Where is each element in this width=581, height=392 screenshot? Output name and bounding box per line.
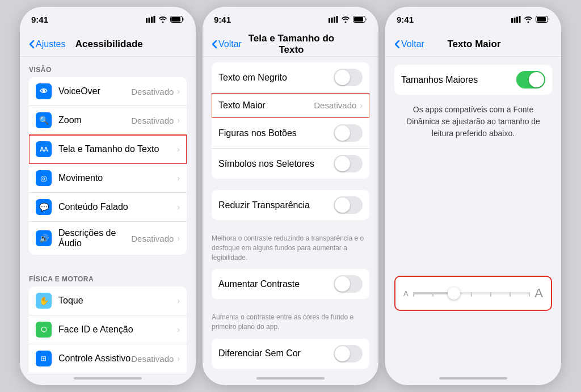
texto-maior-row[interactable]: Texto Maior Desativado › xyxy=(212,93,369,118)
list-item[interactable]: ⬡ Face ID e Atenção › xyxy=(29,315,187,344)
wifi-icon xyxy=(158,16,167,23)
chevron-icon: › xyxy=(360,101,363,110)
back-button-1[interactable]: Ajustes xyxy=(29,39,65,49)
slider-a-small: A xyxy=(403,289,409,298)
toggle-negrito[interactable] xyxy=(334,69,363,86)
signal-icon xyxy=(511,16,521,23)
chevron-icon: › xyxy=(177,296,180,305)
settings-group-tamanho: Tamanhos Maiores xyxy=(394,65,552,95)
svg-rect-13 xyxy=(514,18,516,23)
home-indicator-3 xyxy=(385,374,561,385)
nav-title-1: Acessibilidade xyxy=(65,39,153,50)
chevron-icon: › xyxy=(177,203,180,212)
signal-icon xyxy=(146,16,155,23)
toggle-transparencia[interactable] xyxy=(334,196,363,214)
row-label: Descrições de Áudio xyxy=(58,228,131,248)
tamanhos-label: Tamanhos Maiores xyxy=(401,75,516,85)
chevron-icon: › xyxy=(177,87,180,96)
list-item[interactable]: ✋ Toque › xyxy=(29,286,187,315)
movimento-icon: ◎ xyxy=(36,170,52,186)
list-item[interactable]: 💬 Conteúdo Falado › xyxy=(29,193,187,222)
svg-rect-6 xyxy=(329,18,330,23)
list-item[interactable]: Reduzir Transparência xyxy=(212,190,369,220)
toggle-diferente[interactable] xyxy=(334,345,363,363)
list-item[interactable]: 🔊 Descrições de Áudio Desativado › xyxy=(29,222,187,255)
svg-rect-17 xyxy=(537,17,546,22)
chevron-icon: › xyxy=(177,325,180,334)
slider-thumb[interactable] xyxy=(448,287,460,300)
home-indicator-2 xyxy=(203,374,378,385)
back-button-2[interactable]: Voltar xyxy=(212,39,242,49)
toggle-simbolos[interactable] xyxy=(334,155,363,172)
svg-rect-0 xyxy=(146,18,148,23)
panel-3: 9:41 Voltar Texto Maior Tamanhos Maiores xyxy=(385,7,561,385)
settings-group-visao: 👁 VoiceOver Desativado › 🔍 Zoom Desativa… xyxy=(29,77,187,255)
list-item[interactable]: Símbolos nos Seletores xyxy=(212,149,369,179)
svg-rect-2 xyxy=(151,17,153,23)
time-1: 9:41 xyxy=(31,15,48,24)
chevron-icon: › xyxy=(177,354,180,363)
back-label-2: Voltar xyxy=(218,39,242,49)
row-label: Texto em Negrito xyxy=(218,73,334,83)
row-value: Desativado xyxy=(131,116,174,125)
row-label: Texto Maior xyxy=(218,100,314,111)
battery-icon xyxy=(536,16,550,23)
status-icons-1 xyxy=(146,16,184,23)
status-icons-3 xyxy=(511,16,550,23)
nav-bar-2: Voltar Tela e Tamanho do Texto xyxy=(203,32,378,57)
section-visao: VISÃO xyxy=(20,57,196,77)
list-item[interactable]: ◎ Movimento › xyxy=(29,164,187,193)
scroll-3: Tamanhos Maiores Os apps compatíveis com… xyxy=(385,57,561,374)
row-label: Figuras nos Botões xyxy=(218,128,334,138)
row-label: Aumentar Contraste xyxy=(218,279,334,289)
wifi-icon xyxy=(524,16,533,23)
section-fisica: FÍSICA E MOTORA xyxy=(20,266,196,286)
svg-rect-5 xyxy=(171,17,180,22)
voiceover-icon: 👁 xyxy=(36,83,52,99)
svg-rect-9 xyxy=(336,16,338,23)
chevron-icon: › xyxy=(177,234,180,243)
slider-track xyxy=(413,292,531,294)
toggle-tamanhos[interactable] xyxy=(516,71,545,88)
list-item[interactable]: ⊞ Controle Assistivo Desativado › xyxy=(29,344,187,373)
sub-text: Melhora o contraste reduzindo a transpar… xyxy=(203,231,378,269)
signal-icon xyxy=(329,16,338,23)
time-2: 9:41 xyxy=(214,15,231,24)
font-size-slider-box: A A xyxy=(394,276,552,311)
conteudo-icon: 💬 xyxy=(36,199,52,215)
svg-rect-14 xyxy=(516,17,518,23)
list-item[interactable]: Texto em Negrito xyxy=(212,62,369,93)
settings-group-c2: Aumentar Contraste xyxy=(212,269,369,299)
wifi-icon xyxy=(341,16,350,23)
tela-tamanho-row[interactable]: AA Tela e Tamanho do Texto › xyxy=(29,135,187,164)
list-item[interactable]: Aumentar Contraste xyxy=(212,269,369,299)
list-item[interactable]: 🔍 Zoom Desativado › xyxy=(29,106,187,135)
battery-icon xyxy=(170,16,184,23)
time-3: 9:41 xyxy=(397,15,414,24)
back-button-3[interactable]: Voltar xyxy=(394,39,424,49)
row-label: Movimento xyxy=(58,173,177,183)
row-label: Reduzir Transparência xyxy=(218,200,334,210)
battery-icon xyxy=(353,16,367,23)
toque-icon: ✋ xyxy=(36,293,52,309)
list-item[interactable]: 🎙 Controle por Voz Desativado › xyxy=(29,373,187,374)
scroll-2: Texto em Negrito Texto Maior Desativado … xyxy=(203,57,378,374)
controle-assistivo-icon: ⊞ xyxy=(36,351,52,366)
toggle-contraste[interactable] xyxy=(334,275,363,293)
tamanhos-maiores-row[interactable]: Tamanhos Maiores xyxy=(394,65,552,95)
svg-rect-11 xyxy=(354,17,363,22)
row-value: Desativado xyxy=(131,87,174,96)
settings-group-fisica: ✋ Toque › ⬡ Face ID e Atenção › ⊞ Contro… xyxy=(29,286,187,374)
list-item[interactable]: Figuras nos Botões xyxy=(212,118,369,149)
chevron-icon: › xyxy=(177,116,180,125)
slider-a-large: A xyxy=(534,286,543,301)
list-item[interactable]: 👁 VoiceOver Desativado › xyxy=(29,77,187,106)
svg-rect-1 xyxy=(149,18,150,23)
toggle-figuras[interactable] xyxy=(334,124,363,142)
nav-title-3: Texto Maior xyxy=(424,39,524,50)
list-item[interactable]: Diferenciar Sem Cor xyxy=(212,339,369,369)
nav-bar-1: Ajustes Acessibilidade xyxy=(20,32,196,57)
row-value: Desativado xyxy=(314,100,356,110)
row-value: Desativado xyxy=(131,354,174,364)
row-value: Desativado xyxy=(131,234,174,243)
